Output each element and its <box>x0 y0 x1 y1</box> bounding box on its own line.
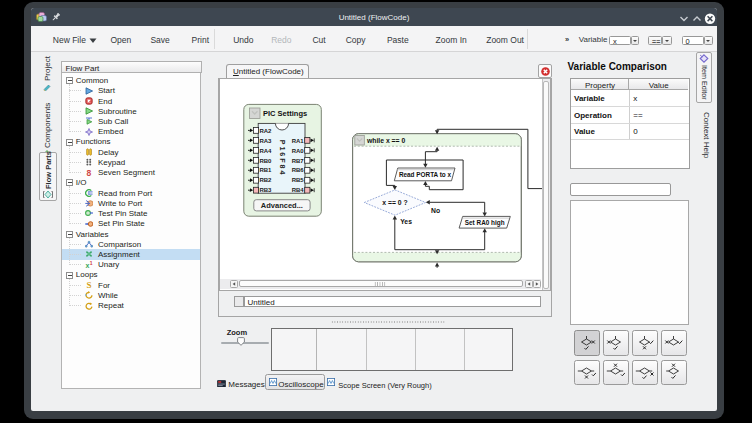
svg-text:PIC Settings: PIC Settings <box>263 108 307 117</box>
svg-text:RA4: RA4 <box>259 147 272 153</box>
svg-text:RB3: RB3 <box>259 187 272 193</box>
svg-text:Advanced...: Advanced... <box>260 200 302 209</box>
svg-text:8: 8 <box>87 169 92 177</box>
svg-text:P16F84: P16F84 <box>278 139 287 176</box>
svg-text:Read PORTA to x: Read PORTA to x <box>398 170 451 177</box>
svg-text:RA1: RA1 <box>291 137 304 143</box>
svg-text:S: S <box>87 281 92 289</box>
svg-text:Yes: Yes <box>400 218 412 225</box>
svg-text:Set RA0 high: Set RA0 high <box>464 218 504 226</box>
svg-text:x == 0 ?: x == 0 ? <box>382 198 407 205</box>
svg-text:RB6: RB6 <box>291 167 304 173</box>
svg-text:RB7: RB7 <box>291 157 304 163</box>
svg-text:RA2: RA2 <box>259 127 272 133</box>
svg-text:RB4: RB4 <box>291 187 304 193</box>
svg-text:RB5: RB5 <box>291 177 304 183</box>
svg-text:RA3: RA3 <box>259 137 272 143</box>
svg-text:RB2: RB2 <box>259 177 272 183</box>
svg-text:RB0: RB0 <box>259 157 272 163</box>
svg-text:1: 1 <box>90 261 93 266</box>
svg-text:No: No <box>431 207 440 214</box>
svg-text:while x == 0: while x == 0 <box>366 136 405 143</box>
svg-text:RA0: RA0 <box>291 147 304 153</box>
svg-text:RB1: RB1 <box>259 167 272 173</box>
